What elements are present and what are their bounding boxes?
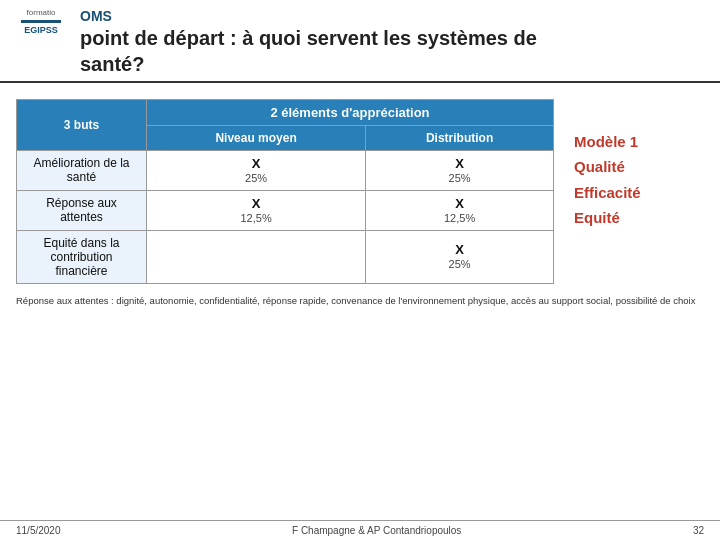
page-title: point de départ : à quoi servent les sys… xyxy=(80,25,704,77)
footer-note: Réponse aux attentes : dignité, autonomi… xyxy=(0,284,720,311)
header-appréciation: 2 éléments d'appréciation xyxy=(147,99,554,125)
logo-divider xyxy=(21,20,61,23)
row3-label: Equité dans la contribution financière xyxy=(17,230,147,283)
footer-authors: F Champagne & AP Contandriopoulos xyxy=(292,525,461,536)
header: formatio EGIPSS OMS point de départ : à … xyxy=(0,0,720,83)
row2-col3: X 12,5% xyxy=(366,190,554,230)
bottom-bar: 11/5/2020 F Champagne & AP Contandriopou… xyxy=(0,520,720,540)
main-content: 3 buts 2 éléments d'appréciation Niveau … xyxy=(0,83,720,284)
row3-col2 xyxy=(147,230,366,283)
title-block: OMS point de départ : à quoi servent les… xyxy=(80,8,704,77)
modele-text: Modèle 1 Qualité Efficacité Equité xyxy=(574,129,641,231)
row3-col3: X 25% xyxy=(366,230,554,283)
row2-label: Réponse aux attentes xyxy=(17,190,147,230)
footer-page: 32 xyxy=(693,525,704,536)
right-block: Modèle 1 Qualité Efficacité Equité xyxy=(574,99,704,284)
col-distribution-header: Distribution xyxy=(366,125,554,150)
row1-label: Amélioration de la santé xyxy=(17,150,147,190)
footer-date: 11/5/2020 xyxy=(16,525,61,536)
table-row: Equité dans la contribution financière X… xyxy=(17,230,554,283)
table-row: Amélioration de la santé X 25% X 25% xyxy=(17,150,554,190)
data-table: 3 buts 2 éléments d'appréciation Niveau … xyxy=(16,99,554,284)
logo-line1: formatio xyxy=(27,8,56,18)
logo-line2: EGIPSS xyxy=(24,25,58,35)
row1-col2: X 25% xyxy=(147,150,366,190)
col-buts-header: 3 buts xyxy=(17,99,147,150)
table-row: Réponse aux attentes X 12,5% X 12,5% xyxy=(17,190,554,230)
oms-title: OMS xyxy=(80,8,704,25)
row1-col3: X 25% xyxy=(366,150,554,190)
col-niveau-header: Niveau moyen xyxy=(147,125,366,150)
logo-area: formatio EGIPSS xyxy=(16,8,66,35)
row2-col2: X 12,5% xyxy=(147,190,366,230)
table-section: 3 buts 2 éléments d'appréciation Niveau … xyxy=(16,99,554,284)
